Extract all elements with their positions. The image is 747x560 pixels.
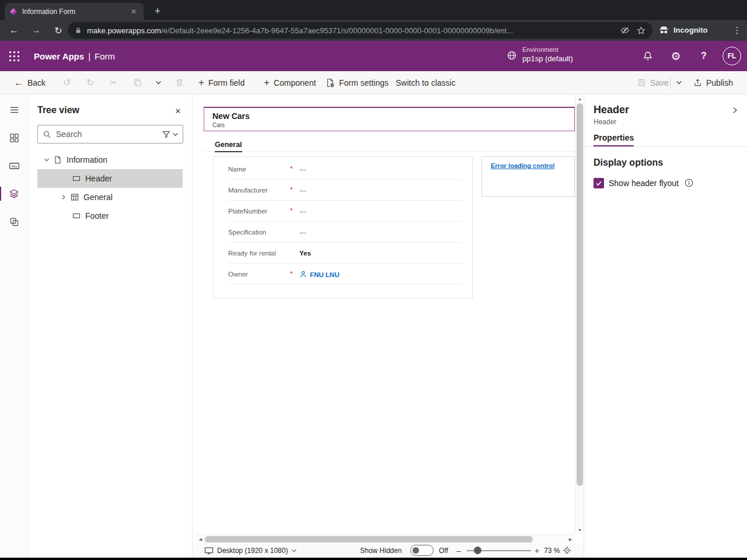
rail-tree-view-layers-icon[interactable]	[0, 180, 28, 208]
trash-icon	[175, 78, 184, 87]
rail-objects-icon[interactable]	[0, 124, 28, 152]
form-field-row[interactable]: Manufacturer*---	[214, 180, 472, 201]
new-tab-button[interactable]: +	[149, 4, 166, 19]
fit-to-screen-icon[interactable]	[563, 543, 571, 558]
scroll-up-icon[interactable]: ▲	[575, 94, 584, 103]
cut-button[interactable]: ✂	[106, 71, 121, 94]
scroll-right-icon[interactable]: ▶	[566, 535, 575, 544]
zoom-slider[interactable]	[467, 550, 531, 551]
delete-button[interactable]	[172, 71, 187, 94]
browser-tab[interactable]: Information Form ✕	[5, 3, 144, 20]
browser-forward-icon[interactable]: →	[28, 22, 44, 38]
back-arrow-icon: ←	[14, 78, 23, 88]
form-tab-general[interactable]: General	[215, 141, 242, 152]
save-icon	[637, 78, 646, 87]
form-field-row[interactable]: Name*---	[214, 159, 472, 180]
show-hidden-toggle[interactable]	[410, 545, 434, 556]
rail-components-icon[interactable]	[0, 208, 28, 236]
help-icon[interactable]: ?	[694, 47, 713, 65]
redo-button[interactable]: ↻	[83, 71, 97, 94]
display-options-heading: Display options	[594, 158, 663, 168]
tree-view-title: Tree view	[37, 105, 79, 116]
tree-node-footer[interactable]: Footer	[28, 206, 193, 225]
user-avatar[interactable]: FL	[722, 47, 741, 65]
app-launcher-waffle-icon[interactable]	[0, 41, 28, 71]
scroll-left-icon[interactable]: ◀	[196, 535, 205, 544]
notifications-bell-icon[interactable]	[638, 47, 657, 65]
chevron-down-icon	[291, 548, 297, 554]
tree-node-general[interactable]: General	[28, 188, 193, 206]
chevron-right-icon[interactable]	[731, 106, 739, 114]
row-divider	[228, 284, 462, 285]
tree-close-icon[interactable]: ✕	[171, 104, 185, 118]
form-field-row[interactable]: Owner*FNU LNU	[214, 264, 472, 285]
eye-blocked-icon[interactable]	[620, 26, 630, 35]
copy-icon	[133, 78, 142, 87]
browser-reload-icon[interactable]: ↻	[50, 22, 67, 38]
form-field-row[interactable]: PlateNumber*---	[214, 201, 472, 222]
browser-window: Information Form ✕ + ← → ↻ make.powerapp…	[0, 0, 747, 560]
field-label: Manufacturer	[228, 187, 268, 194]
tab-table-icon	[71, 193, 79, 201]
tab-close-icon[interactable]: ✕	[128, 6, 139, 17]
publish-button[interactable]: Publish	[690, 71, 736, 94]
horizontal-scrollbar[interactable]: ◀ ▶	[196, 534, 575, 543]
error-loading-link[interactable]: Error loading control	[491, 162, 554, 169]
form-field-row[interactable]: Ready for rentalYes	[214, 243, 472, 264]
form-field-button[interactable]: + Form field	[195, 71, 248, 94]
redo-icon: ↻	[86, 78, 94, 88]
device-selector[interactable]: Desktop (1920 x 1080)	[204, 543, 297, 558]
save-button[interactable]: Save	[634, 71, 672, 94]
required-asterisk: *	[290, 165, 292, 172]
show-header-flyout-checkbox[interactable]	[594, 178, 604, 188]
copy-button[interactable]	[130, 71, 145, 94]
form-field-row[interactable]: Specification---	[214, 222, 472, 243]
info-icon[interactable]	[685, 178, 693, 187]
bookmark-star-icon[interactable]	[637, 26, 645, 35]
tab-title: Information Form	[22, 8, 128, 16]
form-title: New Cars	[212, 111, 574, 121]
form-settings-button[interactable]: Form settings	[322, 71, 392, 94]
chevron-right-icon[interactable]	[60, 194, 67, 200]
zoom-in-button[interactable]: +	[535, 543, 539, 558]
component-button[interactable]: + Component	[260, 71, 319, 94]
rail-fields-abc-icon[interactable]: Abc	[0, 152, 28, 180]
undo-icon: ↺	[63, 78, 71, 88]
zoom-out-button[interactable]: –	[456, 543, 461, 558]
undo-button[interactable]: ↺	[60, 71, 74, 94]
url-omnibox[interactable]: make.powerapps.com /e/Default-2eee9e24-1…	[68, 22, 652, 38]
search-input[interactable]	[56, 130, 158, 139]
brand-name[interactable]: Power Apps	[34, 51, 84, 61]
chevron-down-icon[interactable]	[43, 157, 50, 163]
checkbox-label: Show header flyout	[609, 178, 679, 188]
tab-properties[interactable]: Properties	[594, 133, 634, 146]
tree-filter-dropdown[interactable]	[158, 125, 183, 143]
plus-icon: +	[264, 78, 270, 88]
form-header-control-selected[interactable]: New Cars Cars	[204, 107, 575, 131]
browser-back-icon[interactable]: ←	[6, 22, 22, 38]
device-label: Desktop (1920 x 1080)	[217, 547, 288, 555]
url-path: /e/Default-2eee9e24-1256-4a7b-9647-55a7a…	[161, 26, 613, 35]
field-value: ---	[299, 166, 306, 173]
environment-picker[interactable]: Environment pp1sp (default)	[507, 46, 573, 64]
horizontal-scroll-thumb[interactable]	[205, 536, 533, 542]
rail-menu-icon[interactable]	[0, 96, 28, 124]
zoom-slider-thumb[interactable]	[474, 547, 481, 554]
save-options-chevron[interactable]	[672, 71, 686, 94]
scroll-down-icon[interactable]: ▼	[575, 526, 584, 534]
switch-to-classic-button[interactable]: Switch to classic	[392, 71, 459, 94]
app-header: Power Apps | Form Environment pp1sp (def…	[0, 41, 747, 71]
section-rectangle-icon	[72, 174, 81, 183]
environment-label: Environment	[522, 46, 573, 54]
tree-node-header[interactable]: Header	[28, 169, 193, 188]
settings-gear-icon[interactable]: ⚙	[666, 47, 685, 65]
vertical-scrollbar[interactable]: ▲ ▼	[575, 94, 584, 534]
back-button[interactable]: ← Back	[11, 71, 49, 94]
more-commands-chevron[interactable]	[152, 71, 165, 94]
vertical-scroll-thumb[interactable]	[577, 103, 583, 486]
tree-search-box[interactable]	[37, 125, 183, 144]
incognito-label: Incognito	[673, 26, 708, 34]
field-label: Specification	[228, 229, 266, 236]
tree-node-information[interactable]: Information	[28, 150, 193, 169]
browser-menu-icon[interactable]: ⋮	[729, 22, 745, 38]
